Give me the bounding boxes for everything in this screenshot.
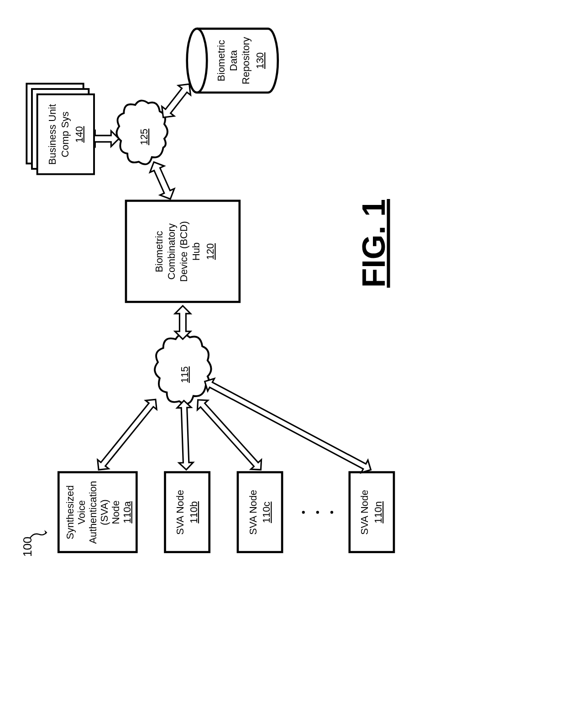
svg-text:Hub: Hub	[190, 242, 202, 261]
svg-text:100: 100	[21, 537, 34, 557]
svg-text:110c: 110c	[261, 502, 272, 523]
svg-text:Voice: Voice	[76, 500, 87, 524]
svg-rect-19	[350, 472, 394, 552]
arrow-cloud115-to-bcd	[175, 306, 190, 339]
cloud-115: 115	[155, 334, 211, 404]
svg-text:Repository: Repository	[240, 37, 252, 84]
svg-point-36	[187, 29, 207, 93]
arrow-sva-n-to-cloud115	[201, 375, 374, 476]
svg-text:SVA Node: SVA Node	[359, 490, 371, 535]
svg-text:SVA Node: SVA Node	[247, 490, 259, 535]
svg-text:(SVA): (SVA)	[99, 499, 110, 525]
svg-point-17	[316, 511, 319, 513]
figure-ref: 100	[21, 530, 47, 557]
arrow-cloud125-to-repo	[157, 79, 195, 122]
svg-text:Business Unit: Business Unit	[47, 104, 58, 165]
svg-point-18	[330, 511, 333, 513]
sva-node-b: SVA Node 110b	[165, 472, 210, 552]
business-unit-stack: Business Unit Comp Sys 140	[26, 84, 94, 174]
svg-text:SVA Node: SVA Node	[174, 490, 186, 535]
svg-text:140: 140	[73, 126, 85, 142]
svg-text:Node: Node	[110, 500, 121, 524]
svg-point-16	[302, 511, 305, 513]
arrow-sva-a-to-cloud115	[93, 395, 164, 474]
svg-text:Combinatory: Combinatory	[166, 223, 177, 279]
sva-node-n: SVA Node 110n	[350, 472, 394, 552]
svg-text:110n: 110n	[372, 501, 384, 523]
svg-text:110a: 110a	[121, 501, 133, 523]
arrow-sva-b-to-cloud115	[177, 400, 193, 470]
svg-text:130: 130	[254, 52, 266, 69]
svg-text:Device (BCD): Device (BCD)	[178, 221, 189, 282]
sva-node-c: SVA Node 110c	[238, 472, 282, 552]
bcd-hub: Biometric Combinatory Device (BCD) Hub 1…	[126, 201, 240, 302]
svg-text:Biometric: Biometric	[153, 231, 165, 272]
diagram-canvas: 100 Synthesized Voice Authentication (SV…	[0, 0, 566, 728]
svg-text:Synthesized: Synthesized	[64, 485, 76, 539]
arrow-bcd-to-cloud125	[147, 159, 177, 202]
svg-text:125: 125	[138, 129, 150, 145]
biometric-repo: Biometric Data Repository 130	[187, 29, 278, 93]
svg-text:Comp Sys: Comp Sys	[59, 111, 71, 157]
ellipsis	[302, 511, 333, 513]
figure-label: FIG. 1	[356, 199, 392, 288]
svg-rect-13	[238, 472, 282, 552]
svg-rect-10	[165, 472, 210, 552]
svg-text:Biometric: Biometric	[215, 40, 227, 81]
svg-text:Authentication: Authentication	[87, 481, 99, 544]
svg-text:115: 115	[179, 367, 190, 383]
cloud-125: 125	[116, 100, 167, 164]
sva-node-a: Synthesized Voice Authentication (SVA) N…	[58, 472, 136, 552]
svg-text:Data: Data	[228, 50, 239, 71]
svg-text:110b: 110b	[188, 501, 199, 523]
svg-text:120: 120	[204, 243, 216, 260]
